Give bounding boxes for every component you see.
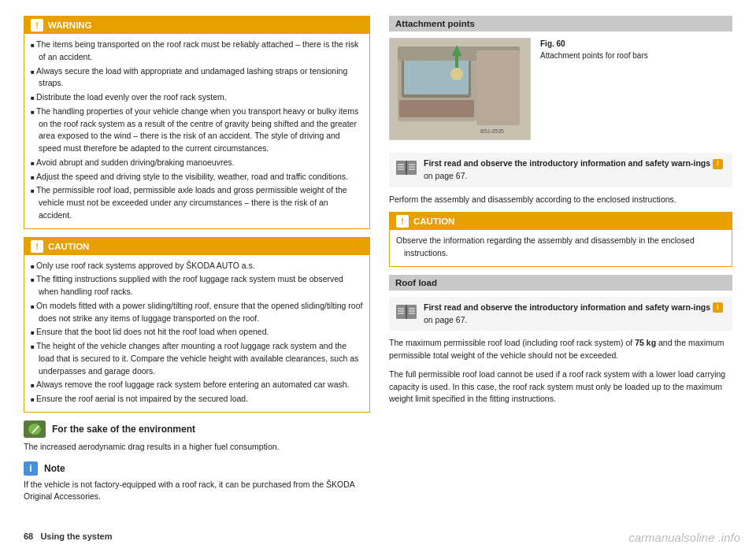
roof-para2: The full permissible roof load cannot be… [389, 369, 732, 406]
attachment-content: B5J-0535 Fig. 60 Attachment points for r… [389, 38, 732, 146]
svg-point-8 [450, 68, 463, 80]
caution-icon-left: ! [31, 240, 43, 253]
svg-rect-7 [455, 56, 458, 68]
svg-point-0 [28, 424, 41, 435]
caution-item-1: Only use roof rack systems approved by Š… [31, 260, 363, 272]
warning-icon: ! [31, 19, 43, 31]
warning-box: ! WARNING The items being transported on… [24, 16, 370, 229]
read-observe-bold: First read and observe the introductory … [424, 158, 713, 168]
car-interior-svg: B5J-0535 [390, 39, 531, 140]
read-observe-roof: First read and observe the introductory … [389, 297, 732, 332]
caution-item-6: Always remove the roof luggage rack syst… [31, 379, 363, 391]
read-observe-suffix: on page 67. [424, 171, 467, 180]
roof-weight: 75 kg [635, 338, 656, 347]
svg-rect-13 [407, 161, 417, 175]
svg-rect-14 [406, 161, 407, 175]
caution-item-2: The fitting instructions supplied with t… [31, 273, 363, 298]
leaf-icon [27, 422, 43, 436]
roof-load-header: Roof load [389, 275, 732, 291]
note-body: If the vehicle is not factory-equipped w… [24, 479, 370, 504]
note-box: i Note If the vehicle is not factory-equ… [24, 461, 370, 504]
environment-header: For the sake of the environment [24, 420, 370, 438]
note-title: Note [44, 463, 65, 474]
caution-icon-right: ! [396, 215, 409, 228]
warning-header: ! WARNING [24, 17, 369, 34]
environment-icon [24, 420, 46, 438]
warning-item-1: The items being transported on the roof … [31, 39, 363, 64]
environment-title: For the sake of the environment [52, 424, 195, 435]
warning-ref-attachment: ! [713, 159, 723, 169]
svg-text:B5J-0535: B5J-0535 [480, 128, 504, 134]
roof-load-section: Roof load First read and observe the int… [389, 275, 732, 406]
caution-header-right: ! CAUTION [390, 213, 732, 230]
caution-item-7: Ensure the roof aerial is not impaired b… [31, 393, 363, 406]
environment-body: The increased aerodynamic drag results i… [24, 441, 370, 454]
right-column: Attachment points [389, 16, 732, 511]
environment-box: For the sake of the environment The incr… [24, 420, 370, 454]
roof-para1: The maximum permissible roof load (inclu… [389, 337, 732, 362]
warning-ref-roof: ! [713, 302, 723, 313]
book-icon [395, 159, 417, 176]
attachment-section-header: Attachment points [389, 16, 732, 31]
svg-rect-21 [396, 305, 406, 319]
caution-title-left: CAUTION [48, 242, 89, 251]
left-column: ! WARNING The items being transported on… [24, 16, 370, 511]
warning-item-6: Adjust the speed and driving style to th… [31, 171, 363, 183]
read-observe-text-attachment: First read and observe the introductory … [424, 157, 726, 183]
svg-rect-9 [399, 100, 474, 117]
svg-rect-22 [407, 305, 417, 319]
footer-label: Using the system [40, 532, 112, 541]
warning-item-4: The handling properties of your vehicle … [31, 106, 363, 155]
read-observe-attachment: First read and observe the introductory … [389, 153, 732, 187]
caution-box-left: ! CAUTION Only use roof rack systems app… [24, 237, 370, 413]
watermark: carmanualsoline .info [628, 531, 740, 544]
warning-item-5: Avoid abrupt and sudden driving/braking … [31, 157, 363, 169]
note-icon: i [24, 461, 38, 476]
note-header: i Note [24, 461, 370, 476]
attachment-image: B5J-0535 [389, 38, 531, 140]
book-icon-roof [395, 303, 417, 320]
page-number: 68 [24, 532, 33, 541]
attachment-fig-caption: Fig. 60 Attachment points for roof bars [540, 38, 648, 146]
page-footer: 68 Using the system [24, 532, 113, 541]
caution-body-right: Observe the information regarding the as… [390, 230, 732, 266]
caution-item-5: The height of the vehicle changes after … [31, 340, 363, 377]
caution-box-right: ! CAUTION Observe the information regard… [389, 212, 732, 267]
warning-item-7: The permissible roof load, permissible a… [31, 184, 363, 221]
warning-title: WARNING [48, 20, 92, 30]
caution-text-right: Observe the information regarding the as… [396, 235, 725, 260]
caution-header-left: ! CAUTION [24, 238, 369, 255]
read-observe-suffix-roof: on page 67. [424, 315, 467, 324]
fig-label: Fig. 60 [540, 38, 648, 50]
caution-body-left: Only use roof rack systems approved by Š… [24, 255, 369, 412]
warning-body: The items being transported on the roof … [24, 34, 369, 228]
caution-item-4: Ensure that the boot lid does not hit th… [31, 326, 363, 339]
read-observe-text-roof: First read and observe the introductory … [424, 302, 726, 327]
fig-caption: Attachment points for roof bars [540, 50, 648, 61]
caution-title-right: CAUTION [413, 217, 454, 226]
svg-rect-23 [406, 305, 407, 319]
warning-item-3: Distribute the load evenly over the roof… [31, 91, 363, 104]
attachment-section: Attachment points [389, 16, 732, 206]
svg-rect-10 [476, 50, 520, 125]
svg-rect-12 [396, 161, 406, 175]
caution-item-3: On models fitted with a power sliding/ti… [31, 300, 363, 325]
warning-item-2: Always secure the load with appropriate … [31, 65, 363, 91]
perform-text: Perform the assembly and disassembly acc… [389, 194, 732, 206]
read-observe-bold-roof: First read and observe the introductory … [424, 302, 713, 312]
